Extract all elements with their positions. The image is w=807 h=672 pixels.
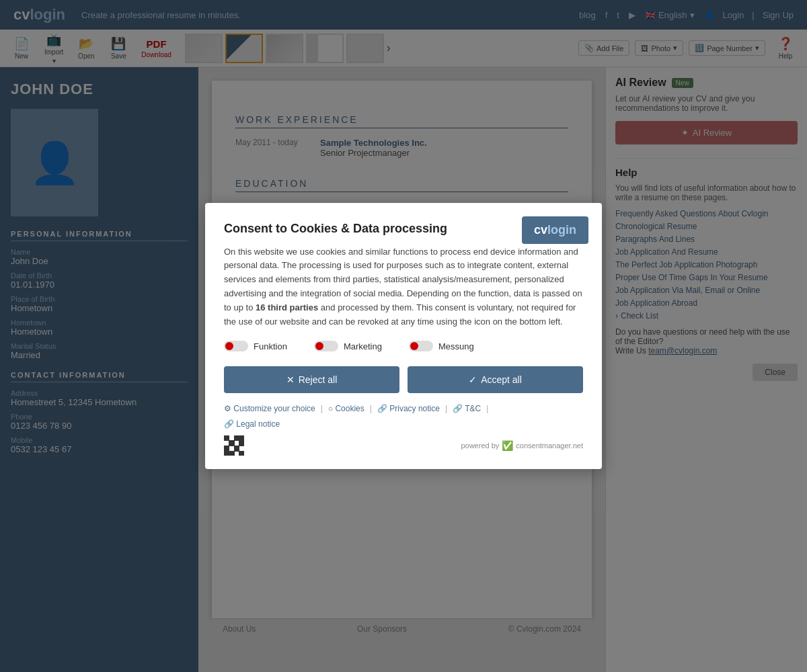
consent-footer: ⚙ Customize your choice | ○ Cookies | 🔗 …: [224, 404, 583, 413]
sep4: |: [486, 404, 488, 413]
marketing-toggle-switch[interactable]: [314, 341, 338, 351]
consent-toggles: Funktion Marketing Messung: [224, 341, 583, 351]
privacy-notice-link[interactable]: 🔗 Privacy notice: [377, 404, 440, 413]
toggle-funktion: Funktion: [224, 341, 287, 351]
sep1: |: [321, 404, 323, 413]
funktion-toggle-switch[interactable]: [224, 341, 248, 351]
consent-modal: cvlogin Consent to Cookies & Data proces…: [205, 203, 602, 470]
messung-toggle-switch[interactable]: [409, 341, 433, 351]
check-icon: ✓: [469, 374, 477, 385]
messung-label: Messung: [438, 341, 474, 351]
sep2: |: [370, 404, 372, 413]
consent-actions: ✕ Reject all ✓ Accept all: [224, 366, 583, 393]
consent-logo: cvlogin: [522, 216, 588, 244]
accept-all-button[interactable]: ✓ Accept all: [408, 366, 583, 393]
sep3: |: [445, 404, 447, 413]
consent-body: On this website we use cookies and simil…: [224, 245, 583, 329]
toggle-messung: Messung: [409, 341, 474, 351]
marketing-label: Marketing: [344, 341, 382, 351]
modal-overlay: cvlogin Consent to Cookies & Data proces…: [0, 0, 807, 672]
customize-choice-link[interactable]: ⚙ Customize your choice: [224, 404, 315, 413]
tc-link[interactable]: 🔗 T&C: [453, 404, 481, 413]
reject-all-button[interactable]: ✕ Reject all: [224, 366, 399, 393]
x-icon: ✕: [286, 374, 295, 385]
funktion-label: Funktion: [254, 341, 287, 351]
cookies-link[interactable]: ○ Cookies: [328, 404, 364, 413]
legal-notice-link[interactable]: 🔗 Legal notice: [224, 419, 280, 429]
consent-powered: powered by ✅ consentmanager.net: [224, 435, 583, 456]
toggle-marketing: Marketing: [314, 341, 382, 351]
cm-logo: powered by ✅ consentmanager.net: [461, 440, 583, 451]
qr-code: [224, 435, 244, 456]
